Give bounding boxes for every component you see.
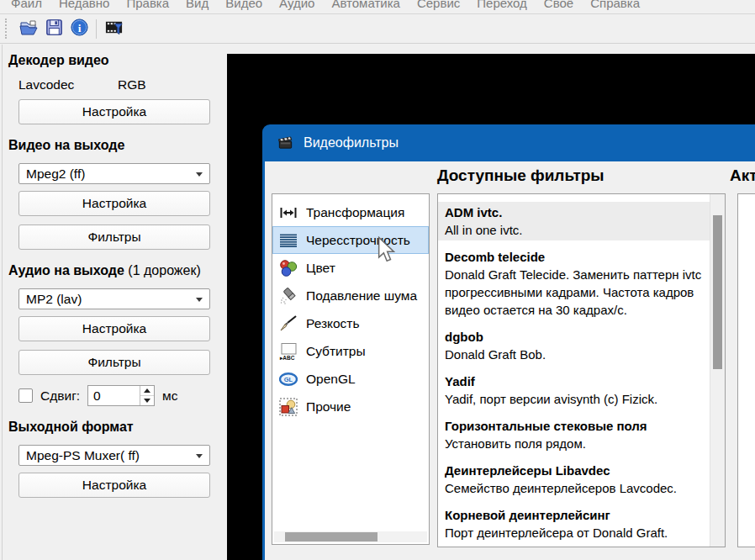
scrollbar-thumb[interactable] (285, 532, 378, 542)
audio-codec-value: MP2 (lav) (26, 292, 82, 306)
menu-item[interactable]: Переход (468, 0, 536, 13)
filter-description: Donald Graft Telecide. Заменить паттерн … (445, 266, 705, 319)
toolbar-separator (96, 19, 97, 39)
denoise-icon (278, 286, 298, 306)
filter-name: Деинтерлейсеры Libavdec (445, 462, 705, 479)
scrollbar-thumb[interactable] (713, 215, 722, 369)
video-codec-select[interactable]: Mpeg2 (ff) (18, 163, 210, 184)
video-configure-button[interactable]: Настройка (18, 191, 210, 216)
filter-row[interactable]: Горизонтальные стековые поля Установить … (438, 415, 710, 454)
filter-description: Порт деинтерлейсера от Donald Graft. (445, 524, 705, 542)
video-filters-open-button[interactable]: Фильтры (18, 225, 210, 250)
category-label: Цвет (306, 261, 335, 276)
shift-value: 0 (93, 388, 101, 403)
filter-row[interactable]: Корневой деинтерлейсинг Порт деинтерлейс… (438, 505, 710, 543)
filter-category-row[interactable]: Резкость (272, 309, 429, 337)
menu-bar: ФайлНедавноПравкаВидВидеоАудиоАвтоматика… (0, 0, 755, 14)
categories-horizontal-scrollbar[interactable] (274, 531, 427, 542)
decoder-mode-label: RGB (118, 77, 146, 92)
svg-text:GL: GL (284, 375, 293, 383)
menu-item[interactable]: Вид (177, 0, 217, 13)
spin-up-icon (144, 388, 150, 393)
mouse-cursor (378, 236, 395, 267)
transform-icon (278, 203, 298, 223)
category-label: Трансформация (306, 205, 404, 220)
toolbar: i (0, 14, 755, 44)
menu-item[interactable]: Автоматика (323, 0, 409, 13)
open-icon (18, 18, 39, 40)
output-format-select[interactable]: Mpeg-PS Muxer( ff) (18, 445, 210, 466)
filter-description: Установить поля рядом. (445, 435, 705, 452)
spin-down-button[interactable] (140, 396, 154, 405)
filter-description: All in one ivtc. (445, 221, 705, 239)
dialog-title: Видеофильтры (304, 135, 399, 151)
filter-row[interactable]: Yadif Yadif, порт версии avisynth (c) Fi… (438, 371, 710, 409)
filter-description: Семейство деинтерлейсеров Lavcodec. (445, 479, 705, 497)
decoder-configure-button[interactable]: Настройка (18, 99, 210, 124)
filter-row[interactable]: ADM ivtc. All in one ivtc. (438, 202, 710, 240)
spin-down-icon (144, 399, 150, 403)
menu-item[interactable]: Своё (536, 0, 582, 13)
filter-category-row[interactable]: Трансформация (272, 198, 429, 226)
filter-name: dgbob (445, 328, 705, 346)
filter-categories-list: Трансформация Чересстрочность Цвет Подав… (272, 193, 430, 545)
interlace-icon (278, 230, 298, 251)
filter-name: Yadif (445, 372, 705, 390)
menu-item[interactable]: Справка (582, 0, 648, 13)
filter-category-row[interactable]: Подавление шума (272, 282, 429, 309)
output-format-section-title: Выходной формат (8, 420, 225, 435)
output-format-configure-button[interactable]: Настройка (18, 473, 210, 498)
shift-unit-label: мс (162, 388, 177, 404)
decoder-section-title: Декодер видео (8, 53, 225, 68)
audio-configure-button[interactable]: Настройка (18, 316, 210, 341)
active-filters-list (737, 193, 755, 547)
filter-row[interactable]: dgbob Donald Graft Bob. (438, 326, 710, 365)
menu-item[interactable]: Сервис (409, 0, 468, 13)
filters-vertical-scrollbar[interactable] (710, 194, 725, 547)
video-codec-value: Mpeg2 (ff) (26, 166, 85, 181)
video-filters-dialog: Видеофильтры Доступные фильтры Активные … (262, 124, 755, 560)
shift-value-spinner[interactable]: 0 (87, 385, 155, 406)
filter-row[interactable]: Decomb telecide Donald Graft Telecide. З… (438, 246, 710, 320)
save-icon (45, 18, 64, 40)
video-filters-button[interactable] (101, 17, 126, 40)
menu-item[interactable]: Файл (3, 0, 50, 13)
audio-output-section-title: Аудио на выходе (1 дорожек) (8, 263, 225, 278)
opengl-icon: GL (278, 369, 298, 389)
sharpen-icon (278, 314, 298, 334)
menu-item[interactable]: Недавно (50, 0, 119, 13)
filter-name: Корневой деинтерлейсинг (445, 506, 705, 524)
audio-codec-select[interactable]: MP2 (lav) (18, 288, 210, 309)
output-format-value: Mpeg-PS Muxer( ff) (26, 448, 140, 462)
category-label: OpenGL (306, 372, 356, 387)
svg-text:i: i (77, 22, 81, 34)
svg-text:▸ABC: ▸ABC (279, 355, 295, 361)
info-icon: i (70, 18, 89, 40)
shift-checkbox[interactable] (18, 388, 33, 403)
available-filters-list: ADM ivtc. All in one ivtc. Decomb teleci… (437, 193, 726, 547)
spin-up-button[interactable] (140, 386, 154, 396)
active-filters-header: Активные фильтры (730, 166, 755, 185)
filter-category-row[interactable]: Цвет (272, 254, 429, 282)
save-button[interactable] (41, 17, 66, 40)
filter-row[interactable]: Деинтерлейсеры Libavdec Семейство деинте… (438, 460, 710, 499)
video-output-section-title: Видео на выходе (8, 138, 225, 153)
dialog-titlebar[interactable]: Видеофильтры (262, 124, 755, 161)
filter-category-row[interactable]: GL OpenGL (272, 365, 429, 393)
menu-item[interactable]: Аудио (271, 0, 323, 13)
toolbar-grip[interactable] (5, 18, 9, 39)
chevron-down-icon (196, 298, 203, 302)
category-label: Подавление шума (306, 288, 417, 304)
avidemux-app: { "menu": { "items": ["Файл", "Недавно",… (0, 0, 755, 560)
menu-item[interactable]: Видео (217, 0, 271, 13)
decoder-codec-label: Lavcodec (18, 77, 118, 92)
video-filters-icon (104, 18, 124, 40)
filter-category-row[interactable]: Прочие (272, 393, 429, 420)
info-button[interactable]: i (66, 17, 92, 40)
open-button[interactable] (16, 17, 41, 40)
menu-item[interactable]: Правка (118, 0, 177, 13)
audio-filters-button[interactable]: Фильтры (18, 350, 210, 375)
misc-icon (278, 397, 298, 417)
filter-category-row[interactable]: ▸ABC Субтитры (272, 337, 429, 365)
filter-category-row[interactable]: Чересстрочность (272, 226, 429, 254)
